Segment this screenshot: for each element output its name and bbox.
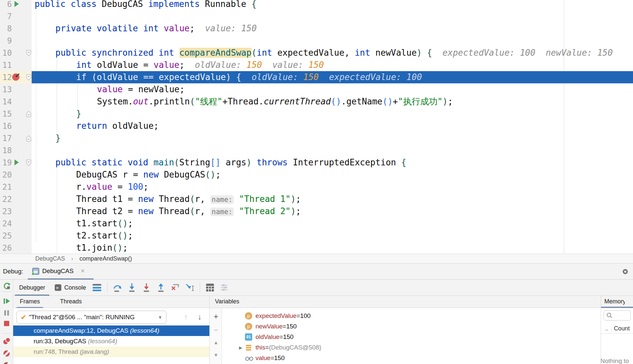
gutter-line-7[interactable]: 7 [0, 10, 32, 22]
breadcrumb-method[interactable]: compareAndSwap() [79, 255, 132, 262]
gutter-line-15[interactable]: 15 [0, 108, 32, 120]
code-line-23[interactable]: 23Thread t2 = new Thread(r, name: "Threa… [0, 205, 633, 217]
gutter-line-22[interactable]: 22 [0, 193, 32, 205]
code-line-26[interactable]: 26t1.join(); [0, 242, 633, 254]
thread-selector-dropdown[interactable]: ✔ "Thread 2"@506 ... "main": RUNNING ▼ [16, 311, 166, 324]
code-line-19[interactable]: 19public static void main(String[] args)… [0, 156, 633, 169]
code-line-15[interactable]: 15} [0, 108, 633, 120]
debug-session-tab[interactable]: DebugCAS × [28, 264, 94, 280]
next-frame-icon[interactable]: ↓ [198, 313, 202, 322]
gutter-line-9[interactable]: 9 [0, 35, 32, 47]
code-line-14[interactable]: 14System.out.println("线程"+Thread.current… [0, 96, 633, 108]
code-line-11[interactable]: 11int oldValue = value; oldValue: 150 va… [0, 59, 633, 71]
memory-columns-header[interactable]: .. Count [601, 324, 633, 334]
gutter-line-26[interactable]: 26 [0, 242, 32, 254]
gutter-line-18[interactable]: 18 [0, 144, 32, 156]
code-line-8[interactable]: 8private volatile int value; value: 150 [0, 22, 633, 35]
code-text: Thread t1 = new Thread(r, name: "Thread … [32, 193, 633, 205]
run-icon[interactable] [15, 159, 19, 165]
variable-row-expectedValue[interactable]: pexpectedValue = 100 [222, 311, 601, 321]
force-step-into-icon[interactable] [141, 283, 151, 293]
gutter-line-25[interactable]: 25 [0, 230, 32, 242]
layout-settings-icon[interactable] [93, 284, 101, 291]
previous-frame-icon[interactable]: ↑ [184, 313, 188, 322]
code-line-17[interactable]: 17} [0, 132, 633, 144]
parameter-icon: p [245, 323, 252, 330]
code-line-10[interactable]: 10public synchronized int compareAndSwap… [0, 47, 633, 59]
code-line-25[interactable]: 25t2.start(); [0, 230, 633, 242]
gutter-line-21[interactable]: 21 [0, 181, 32, 193]
memory-panel-header[interactable]: Memory [601, 296, 633, 308]
gutter-line-10[interactable]: 10 [0, 47, 32, 59]
step-into-icon[interactable] [127, 283, 137, 293]
frame-row[interactable]: compareAndSwap:12, DebugCAS (lesson64) [13, 325, 209, 336]
run-icon[interactable] [15, 1, 19, 7]
scroll-down-icon[interactable]: ▼ [210, 352, 222, 358]
remove-watch-icon[interactable]: − [210, 325, 222, 335]
breadcrumb-class[interactable]: DebugCAS [35, 255, 65, 262]
gutter-line-6[interactable]: 6 [0, 0, 32, 10]
fold-marker-icon[interactable] [26, 50, 31, 58]
gutter-line-14[interactable]: 14 [0, 96, 32, 108]
code-line-22[interactable]: 22Thread t1 = new Thread(r, name: "Threa… [0, 193, 633, 205]
variable-row-value[interactable]: value = 150 [222, 353, 601, 363]
stream-trace-icon[interactable] [220, 283, 229, 293]
variable-row-newValue[interactable]: pnewValue = 150 [222, 321, 601, 332]
debugger-toolbar: Debugger > Console [13, 280, 633, 296]
expand-arrow-icon[interactable]: ▶ [236, 345, 245, 350]
rerun-debug-icon[interactable] [3, 282, 11, 292]
scroll-up-icon[interactable]: ▲ [210, 340, 222, 345]
gear-icon[interactable] [621, 268, 629, 277]
gutter-line-13[interactable]: 13 [0, 83, 32, 96]
tab-threads[interactable]: Threads [56, 296, 86, 308]
gutter-line-20[interactable]: 20 [0, 169, 32, 181]
close-icon[interactable]: × [81, 267, 85, 275]
code-line-18[interactable]: 18 [0, 144, 633, 156]
fold-marker-icon[interactable] [26, 111, 31, 119]
tab-debugger[interactable]: Debugger [13, 280, 51, 296]
code-line-20[interactable]: 20DebugCAS r = new DebugCAS(); [0, 169, 633, 181]
run-to-cursor-icon[interactable] [185, 283, 195, 293]
code-line-9[interactable]: 9 [0, 35, 633, 47]
add-watch-icon[interactable]: + [210, 312, 222, 321]
gutter-line-23[interactable]: 23 [0, 205, 32, 217]
gutter-line-12[interactable]: 12✔ [0, 71, 32, 83]
line-number: 10 [2, 48, 12, 58]
variable-row-this[interactable]: ▶this = {DebugCAS@508} [222, 342, 601, 353]
memory-search-input[interactable] [604, 310, 631, 321]
tab-frames[interactable]: Frames [16, 296, 44, 308]
step-over-icon[interactable] [112, 283, 122, 293]
code-line-21[interactable]: 21r.value = 100; [0, 181, 633, 193]
gutter-line-16[interactable]: 16 [0, 120, 32, 132]
fold-marker-icon[interactable] [26, 159, 31, 167]
code-editor[interactable]: 6public class DebugCAS implements Runnab… [0, 0, 633, 254]
fold-marker-icon[interactable] [26, 74, 31, 82]
disabled-breakpoint-icon[interactable] [3, 361, 11, 364]
variable-row-oldValue[interactable]: 01oldValue = 150 [222, 332, 601, 342]
frame-row[interactable]: run:33, DebugCAS (lesson64) [13, 336, 209, 347]
code-line-6[interactable]: 6public class DebugCAS implements Runnab… [0, 0, 633, 10]
pause-icon[interactable] [3, 309, 11, 318]
gutter-line-8[interactable]: 8 [0, 22, 32, 35]
gutter-line-11[interactable]: 11 [0, 59, 32, 71]
code-line-16[interactable]: 16return oldValue; [0, 120, 633, 132]
frame-row[interactable]: run:748, Thread (java.lang) [13, 347, 209, 357]
code-line-12[interactable]: 12✔if (oldValue == expectedValue) { oldV… [0, 71, 633, 83]
code-text: public synchronized int compareAndSwap(i… [32, 47, 633, 59]
fold-marker-icon[interactable] [26, 135, 31, 143]
code-line-13[interactable]: 13value = newValue; [0, 83, 633, 96]
step-out-icon[interactable] [156, 283, 166, 293]
drop-frame-icon[interactable] [170, 283, 180, 293]
gutter-line-24[interactable]: 24 [0, 217, 32, 230]
view-breakpoints-icon[interactable] [3, 337, 11, 347]
tab-console[interactable]: Console [64, 284, 86, 291]
debug-toolwindow-header: Debug: DebugCAS × [0, 264, 633, 280]
gutter-line-17[interactable]: 17 [0, 132, 32, 144]
gutter-line-19[interactable]: 19 [0, 156, 32, 169]
code-line-7[interactable]: 7 [0, 10, 633, 22]
evaluate-expression-icon[interactable] [205, 283, 215, 293]
code-line-24[interactable]: 24t1.start(); [0, 217, 633, 230]
mute-breakpoints-icon[interactable] [3, 350, 11, 359]
resume-icon[interactable] [3, 297, 11, 306]
stop-icon[interactable] [3, 320, 11, 329]
